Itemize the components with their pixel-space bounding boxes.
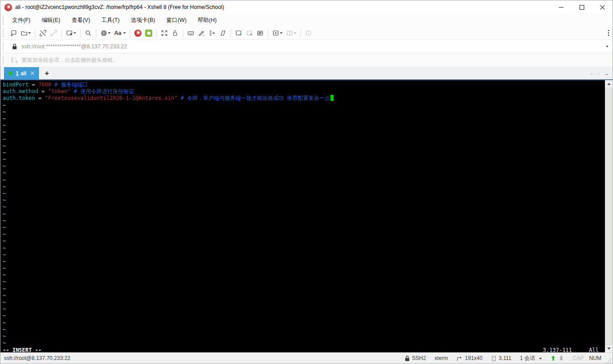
toolbar-drag-grip[interactable] [3,29,5,37]
session-properties-list-icon[interactable] [255,28,265,39]
vim-tilde-line: ~ [3,190,605,197]
menu-file[interactable]: 文件(F) [8,15,34,26]
new-window-dropdown-icon[interactable] [280,32,283,34]
tab-nav-controls: ‹ › ⌄ [591,67,609,79]
tab-number: 1 [16,70,19,77]
vim-tilde-line: ~ [3,286,605,292]
menubar-drag-grip[interactable] [3,16,5,25]
split-window-dropdown-icon [294,32,296,34]
vim-tilde-line: ~ [3,292,605,299]
vim-tilde-line: ~ [3,184,605,190]
hint-text: 要添加当前会话，点击左侧的箭头按钮。 [21,56,118,64]
scrollbar-thumb[interactable] [605,88,612,345]
new-session-dialog-icon[interactable] [64,28,77,39]
xftp-logo-icon[interactable] [144,28,154,39]
vim-tilde-line: ~ [3,156,605,163]
font-dropdown-icon[interactable] [123,32,126,34]
resize-grip-icon[interactable] [606,358,611,364]
ssh-lock-icon [405,355,410,361]
tab-list-dropdown-icon[interactable]: ⌄ [604,71,609,76]
run-script-icon[interactable] [218,28,228,39]
num-lock-indicator: NUM [589,355,601,361]
terminal-cursor [330,95,334,101]
scroll-down-icon[interactable] [605,345,613,352]
encoding-globe-icon[interactable] [99,28,112,39]
menu-window[interactable]: 窗口(W) [162,15,190,26]
download-arrow-icon [558,355,564,361]
tab-connected-dot-icon [9,71,13,75]
disconnect-icon[interactable] [38,28,48,39]
vim-scroll-position: All [589,347,599,352]
new-window-icon[interactable] [271,28,284,39]
lock-screen-icon[interactable] [170,28,180,39]
vim-tilde-line: ~ [3,231,605,238]
compose-bar-icon[interactable] [186,28,196,39]
split-window-icon[interactable] [285,28,298,39]
logging-icon[interactable] [207,28,217,39]
terminal-scrollbar[interactable] [605,80,613,352]
menu-tab[interactable]: 选项卡(B) [127,15,159,26]
vim-tilde-line: ~ [3,272,605,278]
address-input[interactable]: ssh://root:****************@8.137.70.233… [21,43,605,50]
close-button[interactable] [592,0,613,14]
vim-status-line: -- INSERT -- 3,137-111 All [3,347,605,352]
reconnect-icon[interactable] [49,28,59,39]
new-tab-button[interactable]: + [45,70,49,77]
title-bar: ali - root@iZ2vcenc1pwonzhll9g3cvZ: /hom… [0,0,613,14]
menu-view[interactable]: 查看(V) [68,15,94,26]
xagent-logo-icon[interactable] [133,28,143,39]
terminal-size-item: 191x40 [456,355,482,361]
vim-tilde-line: ~ [3,326,605,333]
toolbar-separator [130,29,130,38]
terminal-screen[interactable]: bindPort = 7000 # 服务端端口auth.method = "to… [0,80,613,352]
session-count-item[interactable]: 1 会话 [520,355,542,362]
maximize-button[interactable] [571,0,592,14]
font-icon[interactable]: Aa [113,28,127,39]
terminal-line: auth.token = "Freetousevaliduntil2026-1-… [3,95,605,102]
vim-ruler: 3,137-111 [543,347,572,352]
font-glyph: Aa [114,30,121,36]
vim-tilde-line: ~ [3,320,605,326]
open-session-dropdown-icon[interactable] [28,32,31,34]
tab-close-icon[interactable] [30,71,34,75]
scroll-up-icon[interactable] [605,80,613,88]
terminal-type-item: xterm [434,355,448,361]
terminal-line: bindPort = 7000 # 服务端端口 [3,81,605,88]
vim-tilde-line: ~ [3,109,605,116]
vim-tilde-line: ~ [3,245,605,252]
toolbar-overflow-icon[interactable] [606,28,611,39]
session-list-caret-icon [539,357,542,359]
tab-ali[interactable]: 1 ali [4,67,39,79]
vim-tilde-line: ~ [3,238,605,244]
new-session-dropdown-icon[interactable] [73,32,76,34]
vim-tilde-line: ~ [3,224,605,231]
new-terminal-icon[interactable] [234,28,244,39]
vim-tilde-line: ~ [3,150,605,156]
menu-tools[interactable]: 工具(T) [97,15,124,26]
find-icon[interactable] [83,28,93,39]
menu-help[interactable]: 帮助(H) [194,15,221,26]
addressbar-drag-grip[interactable] [3,42,5,51]
open-session-icon[interactable] [19,28,32,39]
new-session-icon[interactable] [9,28,18,39]
vim-tilde-line: ~ [3,116,605,122]
ssl-lock-icon [12,43,17,50]
menu-edit[interactable]: 编辑(E) [38,15,64,26]
encoding-dropdown-icon[interactable] [108,32,111,34]
window-controls [551,0,613,14]
vim-tilde-line: ~ [3,163,605,170]
connection-status: ssh://root@8.137.70.233:22 [4,355,396,361]
vim-tilde-line: ~ [3,258,605,265]
highlight-set-icon[interactable] [197,28,206,39]
address-dropdown-icon[interactable] [606,46,609,47]
vim-tilde-line: ~ [3,129,605,136]
fullscreen-icon[interactable] [159,28,169,39]
tab-scroll-right-icon: › [597,70,600,77]
xshell-app-icon [4,4,12,11]
terminal-lines: bindPort = 7000 # 服务端端口auth.method = "to… [3,81,605,102]
duplicate-terminal-icon[interactable] [244,28,254,39]
vim-tilde-line: ~ [3,102,605,109]
minimize-button[interactable] [551,0,571,14]
hintbar-drag-grip[interactable] [3,56,5,64]
status-bar: ssh://root@8.137.70.233:22 SSH2 xterm 19… [0,352,613,364]
